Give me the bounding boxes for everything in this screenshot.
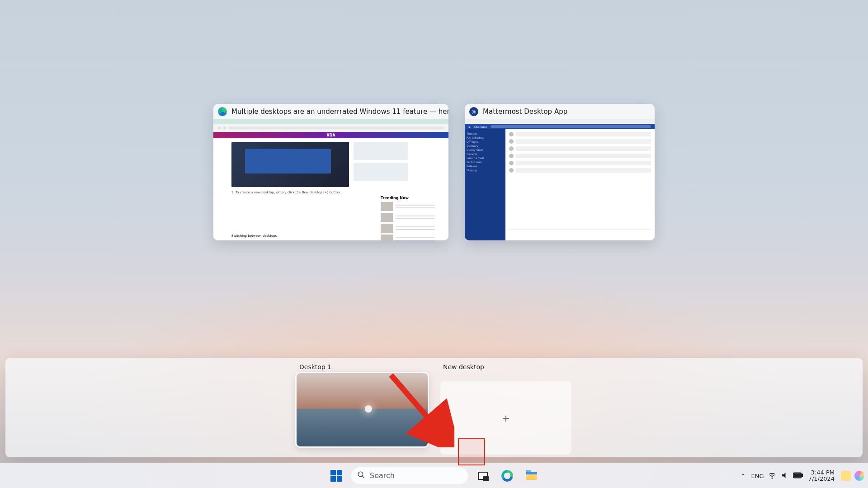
svg-line-2 [362, 476, 364, 478]
trending-heading: Trending Now [381, 196, 409, 200]
svg-rect-5 [802, 474, 802, 477]
clock-date: 7/1/2024 [808, 476, 835, 482]
desktop-tile-1[interactable]: Desktop 1 [297, 363, 428, 446]
annotation-highlight [458, 438, 485, 465]
mattermost-sidebar: Threads Full schedule Off-topic Obituary… [465, 129, 505, 240]
virtual-desktops-bar: Desktop 1 New desktop ＋ [5, 358, 863, 457]
tray-overflow-button[interactable]: ˄ [739, 473, 748, 479]
search-placeholder: Search [370, 471, 395, 480]
taskbar-app-explorer[interactable] [522, 466, 542, 486]
battery-icon[interactable] [793, 472, 802, 480]
window-title: Multiple desktops are an underrrated Win… [231, 108, 448, 116]
edge-icon [501, 470, 513, 482]
window-thumbnail: XDA 3. To create a new desktop, simply c… [213, 119, 448, 240]
task-view-icon [478, 472, 488, 480]
task-view-button[interactable] [473, 466, 493, 486]
xda-brand: XDA [213, 132, 448, 138]
window-preview-edge[interactable]: Multiple desktops are an underrrated Win… [213, 104, 448, 240]
window-title: Mattermost Desktop App [483, 108, 567, 116]
volume-icon[interactable] [780, 471, 789, 481]
taskbar-app-edge[interactable] [497, 466, 517, 486]
tray-app-1[interactable] [841, 471, 851, 481]
wifi-icon[interactable] [768, 471, 777, 481]
file-explorer-icon [526, 472, 537, 480]
svg-point-3 [772, 478, 773, 479]
article-step-text: 3. To create a new desktop, simply click… [213, 191, 448, 194]
svg-point-1 [358, 472, 363, 477]
clock-time: 3:44 PM [808, 469, 835, 476]
clock[interactable]: 3:44 PM 7/1/2024 [808, 469, 835, 483]
window-preview-mattermost[interactable]: ◎ Mattermost Desktop App ≡Channels Threa… [465, 104, 655, 240]
desktop-label: Desktop 1 [299, 363, 428, 371]
search-icon [357, 471, 365, 481]
language-indicator[interactable]: ENG [751, 473, 764, 479]
search-input[interactable]: Search [351, 467, 468, 485]
start-button[interactable] [326, 466, 346, 486]
svg-rect-6 [794, 474, 800, 477]
article-subheading: Switching between desktops [231, 234, 277, 238]
window-thumbnail: ≡Channels Threads Full schedule Off-topi… [465, 119, 655, 240]
plus-icon: ＋ [500, 410, 512, 426]
tray-app-copilot[interactable] [854, 471, 864, 481]
mattermost-icon: ◎ [469, 107, 478, 116]
taskbar: Search ˄ ENG 3:44 PM 7/1/2024 [0, 463, 868, 488]
task-view-previews: Multiple desktops are an underrrated Win… [213, 104, 655, 240]
edge-icon [218, 107, 227, 116]
system-tray: ˄ ENG 3:44 PM 7/1/2024 [739, 463, 864, 488]
mattermost-chat [505, 129, 655, 240]
windows-logo-icon [330, 470, 342, 482]
new-desktop-label: New desktop [443, 363, 571, 371]
desktop-thumbnail[interactable] [297, 373, 428, 446]
